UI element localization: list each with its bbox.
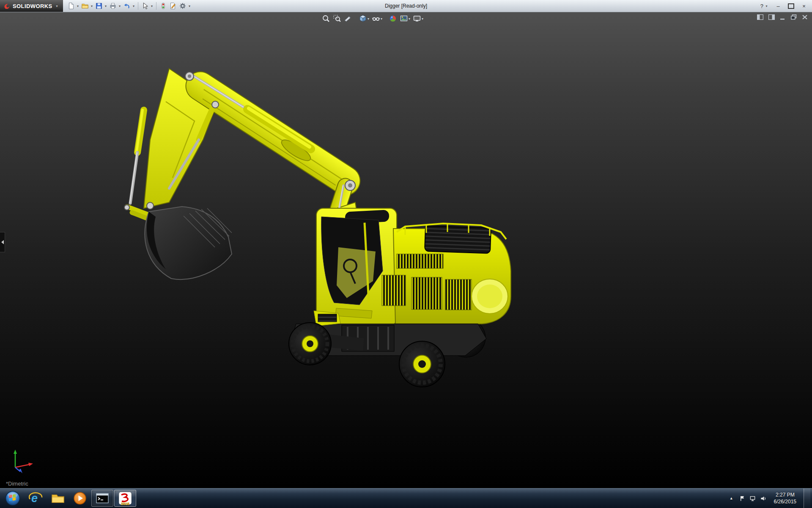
show-desktop-button[interactable] (804, 489, 810, 508)
taskbar: e (0, 488, 812, 508)
options-button[interactable] (178, 1, 187, 11)
print-icon (109, 2, 117, 10)
brand-label: SOLIDWORKS (13, 3, 52, 9)
menu-expand-arrow[interactable]: ▾ (56, 4, 58, 8)
dropdown-arrow: ▾ (422, 17, 423, 21)
clock-date: 6/26/2015 (774, 498, 796, 505)
zoom-to-area-button[interactable] (332, 14, 342, 24)
main-toolbar: ▾ ▾ ▾ (63, 0, 192, 12)
help-label: ? (760, 3, 763, 9)
titlebar: SOLIDWORKS ▾ ▾ ▾ (0, 0, 812, 12)
solidworks-logo-icon (3, 3, 10, 9)
toolbar-separator (138, 2, 138, 10)
open-folder-icon (81, 2, 89, 10)
zoom-to-fit-button[interactable] (321, 14, 331, 24)
orientation-triad[interactable] (8, 444, 38, 474)
zoom-to-fit-icon (322, 14, 330, 23)
graphics-viewport[interactable]: ▾ ▾ (0, 12, 812, 489)
display-style-cube-icon (359, 14, 367, 23)
start-button[interactable] (1, 490, 25, 507)
command-prompt-icon (96, 492, 109, 505)
doc-minimize-icon[interactable] (780, 14, 786, 20)
hide-show-items-button[interactable]: ▾ (371, 14, 383, 24)
view-orientation-label: *Dimetric (6, 480, 28, 487)
save-icon (95, 2, 103, 10)
air-intake-hatch (425, 226, 491, 253)
doc-close-icon[interactable] (802, 14, 808, 20)
maximize-button[interactable] (788, 3, 794, 9)
view-settings-button[interactable]: ▾ (412, 14, 424, 24)
file-properties-button[interactable] (168, 1, 178, 11)
select-tool-button[interactable] (140, 1, 150, 11)
triad-y-axis (14, 450, 17, 467)
zoom-to-area-icon (333, 14, 341, 23)
window-controls: ? ▾ – × (760, 0, 812, 12)
bucket (145, 207, 232, 279)
section-view-icon (344, 14, 352, 23)
cab (316, 208, 397, 326)
dropdown-arrow[interactable]: ▾ (76, 4, 80, 8)
view-settings-monitor-icon (413, 14, 421, 23)
windows-explorer-folder-icon (51, 491, 65, 505)
front-left-wheel (289, 323, 331, 365)
network-icon[interactable] (749, 495, 756, 502)
taskbar-clock[interactable]: 2:27 PM 6/26/2015 (771, 491, 800, 505)
file-properties-icon (169, 2, 177, 10)
action-center-flag-icon[interactable] (739, 495, 746, 502)
help-button[interactable]: ? ▾ (760, 3, 768, 9)
select-cursor-icon (141, 2, 149, 10)
dropdown-arrow: ▾ (381, 17, 382, 21)
clock-time: 2:27 PM (774, 491, 796, 498)
feature-panel-flyout-tab[interactable] (0, 232, 5, 252)
taskbar-windows-explorer[interactable] (47, 490, 69, 507)
hidden-icons-button[interactable]: ▲ (727, 495, 735, 501)
open-button[interactable] (80, 1, 90, 11)
windows-start-orb-icon (5, 490, 21, 506)
display-style-button[interactable]: ▾ (358, 14, 370, 24)
solidworks-window: SOLIDWORKS ▾ ▾ ▾ (0, 0, 812, 508)
scene-icon (400, 14, 408, 23)
dropdown-arrow: ▾ (765, 4, 768, 8)
dropdown-arrow[interactable]: ▾ (118, 4, 122, 8)
new-document-icon (67, 2, 75, 10)
rebuild-button[interactable] (159, 1, 168, 11)
dropdown-arrow[interactable]: ▾ (150, 4, 154, 8)
print-button[interactable] (108, 1, 118, 11)
flyout-arrow-icon (1, 240, 4, 244)
solidworks-brand[interactable]: SOLIDWORKS ▾ (0, 0, 63, 12)
pane-right-icon[interactable] (768, 14, 775, 20)
engine-deck (382, 224, 511, 324)
boom-arm (144, 66, 365, 227)
hide-show-glasses-icon (372, 14, 380, 23)
minimize-button[interactable]: – (775, 3, 781, 9)
triad-z-axis (15, 467, 22, 473)
doc-restore-icon[interactable] (791, 14, 797, 20)
dropdown-arrow[interactable]: ▾ (104, 4, 108, 8)
apply-scene-button[interactable]: ▾ (399, 14, 411, 24)
taskbar-command-prompt[interactable] (91, 490, 113, 507)
headsup-view-toolbar: ▾ ▾ (321, 14, 424, 24)
volume-icon[interactable] (760, 495, 767, 502)
save-button[interactable] (94, 1, 104, 11)
undo-button[interactable] (122, 1, 132, 11)
window-title: Digger [Read-only] (385, 0, 427, 12)
undo-icon (123, 2, 131, 10)
dropdown-arrow: ▾ (409, 17, 410, 21)
taskbar-solidworks[interactable]: 2015 (114, 490, 136, 507)
close-button[interactable]: × (801, 3, 807, 9)
dropdown-arrow: ▾ (368, 17, 369, 21)
taskbar-internet-explorer[interactable]: e (25, 490, 47, 507)
taskbar-media-player[interactable] (69, 490, 91, 507)
solidworks-year-badge: 2015 (115, 502, 136, 506)
new-document-button[interactable] (66, 1, 76, 11)
document-window-controls (757, 14, 808, 20)
pane-left-icon[interactable] (757, 14, 763, 20)
excavator-model[interactable] (0, 12, 812, 489)
edit-appearance-button[interactable] (388, 14, 398, 24)
section-view-button[interactable] (343, 14, 353, 24)
dropdown-arrow[interactable]: ▾ (90, 4, 94, 8)
maximize-icon (788, 3, 794, 9)
dropdown-arrow[interactable]: ▾ (188, 4, 192, 8)
dropdown-arrow[interactable]: ▾ (132, 4, 136, 8)
appearance-ball-icon (389, 14, 397, 23)
